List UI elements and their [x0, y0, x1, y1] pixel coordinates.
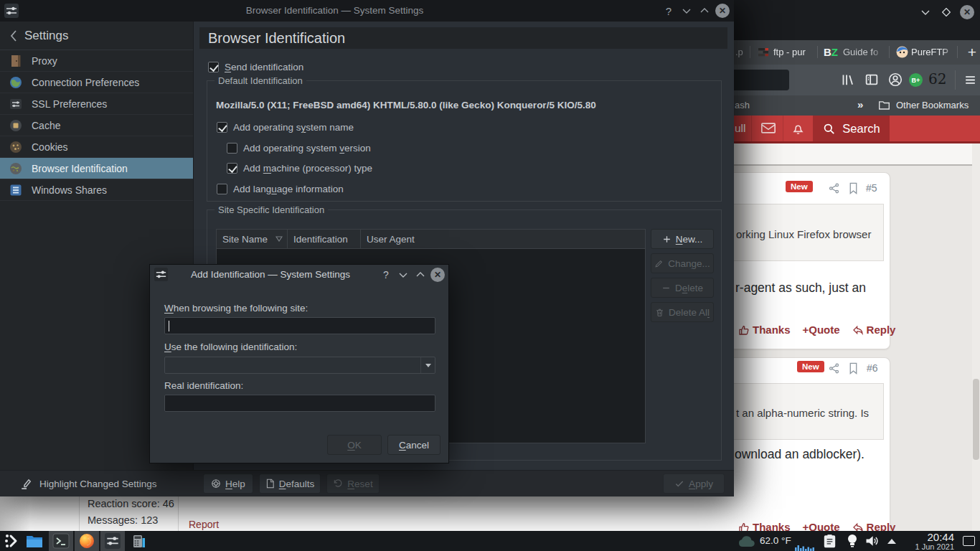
dialog-close-icon[interactable]: ✕: [430, 268, 445, 282]
column-user-agent[interactable]: User Agent: [361, 230, 645, 248]
weather-icon[interactable]: [738, 534, 757, 548]
settings-titlebar[interactable]: Browser Identification — System Settings…: [0, 0, 734, 22]
menu-icon[interactable]: [963, 73, 977, 87]
share-icon[interactable]: [828, 362, 840, 375]
task-terminal[interactable]: [49, 531, 73, 551]
bookmark-icon[interactable]: [848, 362, 859, 375]
url-bar[interactable]: [734, 70, 789, 90]
bookmark-icon[interactable]: [848, 182, 859, 194]
pencil-icon: [654, 259, 664, 268]
post-number[interactable]: #5: [866, 182, 877, 194]
sidebar-toggle-icon[interactable]: [864, 72, 880, 88]
bell-icon[interactable]: [791, 121, 806, 136]
sidebar-item-connection-preferences[interactable]: Connection Preferences: [0, 72, 193, 93]
other-bookmarks[interactable]: Other Bookmarks: [896, 100, 969, 110]
firefox-minimize-icon[interactable]: [918, 4, 933, 20]
extension-badge-icon[interactable]: B+: [909, 73, 923, 87]
add-language-checkbox[interactable]: Add language information: [217, 184, 344, 194]
volume-icon[interactable]: [864, 534, 879, 548]
add-machine-type-checkbox[interactable]: Add machine (processor) type: [227, 163, 372, 174]
clipboard-icon[interactable]: [823, 534, 837, 548]
firefox-close-icon[interactable]: ✕: [960, 5, 974, 19]
mail-icon[interactable]: [760, 121, 776, 135]
close-icon[interactable]: ✕: [715, 4, 730, 18]
highlight-changed-settings[interactable]: Highlight Changed Settings: [20, 477, 157, 490]
tab-partial[interactable]: .p: [735, 47, 748, 57]
minimize-icon[interactable]: [679, 3, 694, 19]
send-identification-checkbox[interactable]: Send identification: [208, 62, 303, 72]
page-scrollbar-track[interactable]: [972, 143, 980, 531]
forum-nav-partial[interactable]: ull: [735, 122, 746, 135]
ok-button[interactable]: OK: [327, 435, 382, 455]
share-icon[interactable]: [828, 182, 840, 194]
sidebar-item-proxy[interactable]: Proxy: [0, 50, 193, 72]
back-button[interactable]: Settings: [0, 22, 193, 50]
defaults-button[interactable]: Defaults: [259, 474, 321, 494]
report-link[interactable]: Report: [189, 519, 219, 530]
file-manager-icon[interactable]: [26, 534, 43, 548]
sidebar-item-browser-identification[interactable]: Browser Identification: [0, 158, 193, 179]
quote-link[interactable]: +Quote: [803, 521, 840, 531]
column-identification[interactable]: Identification: [288, 230, 361, 248]
sidebar-item-cache[interactable]: Cache: [0, 115, 193, 136]
show-desktop-button[interactable]: [963, 536, 975, 546]
clock-widget[interactable]: 20:44 1 Jun 2021: [900, 532, 954, 551]
post-number[interactable]: #6: [867, 362, 878, 374]
temperature-label[interactable]: 62.0 °F: [760, 535, 791, 546]
calculator-icon[interactable]: [133, 534, 146, 548]
back-chevron-icon: [10, 30, 17, 42]
change-button[interactable]: Change...: [651, 253, 714, 273]
forum-post-6: New #6 t an alpha-numeric string. Is own…: [734, 357, 890, 531]
task-system-settings[interactable]: [100, 531, 125, 551]
real-identification-input[interactable]: [164, 395, 435, 412]
tab-pureftp[interactable]: PureFTP: [911, 47, 954, 57]
delete-all-button[interactable]: Delete All: [651, 302, 714, 322]
tab-ftp[interactable]: ftp - pur: [773, 47, 816, 57]
maximize-icon[interactable]: [697, 3, 712, 19]
delete-button[interactable]: Delete: [651, 278, 714, 298]
site-input[interactable]: [164, 317, 435, 334]
color-temperature-icon[interactable]: [847, 534, 858, 548]
firefox-maximize-icon[interactable]: [939, 4, 953, 20]
dialog-title: Add Identification — System Settings: [171, 265, 369, 285]
tab-guide[interactable]: Guide fo: [843, 47, 883, 57]
page-scrollbar-thumb[interactable]: [973, 379, 979, 460]
app-launcher-icon[interactable]: [4, 533, 19, 549]
clock-date: 1 Jun 2021: [900, 542, 954, 551]
account-icon[interactable]: [887, 72, 903, 88]
dialog-whats-this-icon[interactable]: ?: [379, 267, 393, 283]
new-tab-button[interactable]: +: [963, 42, 980, 63]
dialog-titlebar[interactable]: Add Identification — System Settings ? ✕: [150, 265, 448, 285]
forum-subnav: [734, 143, 980, 166]
sidebar-item-ssl-preferences[interactable]: SSL Preferences: [0, 93, 193, 115]
quote-link[interactable]: +Quote: [803, 324, 840, 336]
task-firefox[interactable]: [75, 531, 99, 551]
new-button[interactable]: New...: [651, 229, 714, 249]
bookmark-partial[interactable]: ash: [735, 100, 750, 110]
new-badge: New: [786, 181, 813, 192]
cancel-button[interactable]: Cancel: [387, 435, 440, 455]
sidebar-item-windows-shares[interactable]: Windows Shares: [0, 179, 193, 201]
add-os-name-checkbox[interactable]: Add operating system name: [217, 122, 354, 133]
reply-link[interactable]: Reply: [852, 324, 896, 336]
quote-block[interactable]: t an alpha-numeric string. Is: [734, 383, 884, 440]
dialog-minimize-icon[interactable]: [396, 267, 410, 283]
apply-button[interactable]: Apply: [663, 474, 725, 494]
help-button[interactable]: Help: [203, 474, 253, 494]
identification-select[interactable]: [164, 357, 435, 374]
library-icon[interactable]: [839, 72, 855, 88]
add-os-version-checkbox[interactable]: Add operating system version: [227, 143, 371, 154]
whats-this-icon[interactable]: ?: [661, 3, 676, 19]
thanks-link[interactable]: Thanks: [738, 324, 791, 336]
reset-button[interactable]: Reset: [326, 474, 380, 494]
tray-expander-icon[interactable]: [887, 539, 896, 544]
network-graph-icon[interactable]: [795, 543, 816, 551]
quote-block[interactable]: orking Linux Firefox browser: [734, 204, 884, 261]
reply-link[interactable]: Reply: [852, 521, 896, 531]
forum-search-button[interactable]: Search: [813, 116, 890, 141]
sidebar-item-cookies[interactable]: Cookies: [0, 136, 193, 158]
bookmarks-overflow-icon[interactable]: »: [857, 98, 863, 110]
dialog-maximize-icon[interactable]: [413, 267, 428, 283]
thanks-link[interactable]: Thanks: [738, 521, 791, 531]
column-site-name[interactable]: Site Name: [217, 230, 288, 248]
